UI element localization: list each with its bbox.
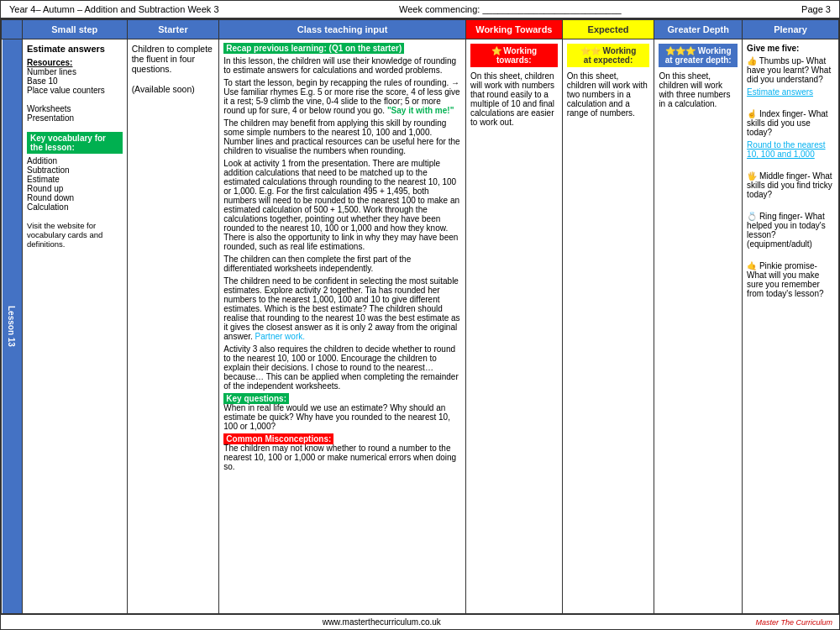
wt-label: Workingtowards: — [496, 46, 537, 65]
wt-header: ⭐ Workingtowards: — [470, 44, 558, 67]
resource-place-value: Place value counters — [27, 86, 123, 95]
misconceptions-text: The children may not know whether to rou… — [223, 444, 456, 471]
vocab-calculation: Calculation — [27, 202, 123, 212]
greater-depth-header: Greater Depth — [654, 20, 743, 39]
resources-label: Resources: — [27, 58, 123, 67]
ex-header: ⭐⭐ Workingat expected: — [567, 44, 650, 67]
header-title: Year 4– Autumn – Addition and Subtractio… — [9, 4, 219, 14]
small-step-header: Small step — [22, 20, 127, 39]
class-teaching-para3: Look at activity 1 from the presentation… — [223, 159, 461, 251]
resource-base10: Base 10 — [27, 76, 123, 86]
recap-label: Recap previous learning: (Q1 on the star… — [223, 43, 404, 54]
plenary-thumb: 👍 Thumbs up- What have you learnt? What … — [747, 56, 834, 84]
resource-number-lines: Number lines — [27, 67, 123, 76]
vocab-addition: Addition — [27, 156, 123, 165]
header-page: Page 3 — [801, 4, 831, 14]
ex-stars: ⭐⭐ — [580, 46, 601, 55]
class-teaching-para1: To start the lesson, begin by recapping … — [223, 78, 461, 115]
class-teaching-title: Recap previous learning: (Q1 on the star… — [223, 44, 461, 53]
small-step-title: Estimate answers — [27, 44, 123, 54]
plenary-pinkie: 🤙 Pinkie promise- What will you make sur… — [747, 261, 834, 298]
starter-text: Children to complete the fluent in four … — [132, 44, 213, 74]
main-table: Small step Starter Class teaching input … — [1, 19, 839, 614]
class-teaching-intro: In this lesson, the children will use th… — [223, 56, 461, 75]
partner-work: Partner work. — [255, 332, 305, 341]
plenary-index: ☝ Index finger- What skills did you use … — [747, 109, 834, 137]
column-headers-row: Small step Starter Class teaching input … — [2, 20, 839, 39]
class-teaching-header: Class teaching input — [219, 20, 466, 39]
plenary-middle: 🖐 Middle finger- What skills did you fin… — [747, 171, 834, 199]
starter-cell: Children to complete the fluent in four … — [127, 39, 219, 614]
key-questions-block: Key questions: When in real life would w… — [223, 394, 461, 431]
working-towards-header: Working Towards — [466, 20, 563, 39]
vocab-subtraction: Subtraction — [27, 165, 123, 175]
plenary-round-link: Round to the nearest 10, 100 and 1,000 — [747, 140, 834, 159]
vocab-round-down: Round down — [27, 193, 123, 202]
plenary-cell: Give me five: 👍 Thumbs up- What have you… — [743, 39, 839, 614]
lesson-header-cell — [2, 20, 23, 39]
class-teaching-para4: The children can then complete the first… — [223, 255, 461, 273]
gd-stars: ⭐⭐⭐ — [665, 46, 696, 55]
starter-available: (Available soon) — [132, 84, 195, 94]
gd-text: On this sheet, children will work with t… — [659, 71, 738, 108]
wt-text: On this sheet, children will work with n… — [470, 71, 558, 127]
key-questions-text: When in real life would we use an estima… — [223, 403, 450, 431]
vocab-estimate: Estimate — [27, 175, 123, 184]
class-teaching-para5: The children need to be confident in sel… — [223, 276, 461, 341]
page: Year 4– Autumn – Addition and Subtractio… — [0, 0, 840, 630]
misconceptions-block: Common Misconceptions: The children may … — [223, 434, 461, 471]
footer-website: www.masterthecurriculum.co.uk — [8, 617, 755, 627]
footer-brand: Master The Curriculum — [755, 618, 832, 627]
page-header: Year 4– Autumn – Addition and Subtractio… — [1, 1, 839, 19]
class-teaching-para6: Activity 3 also requires the children to… — [223, 344, 461, 391]
wt-stars: ⭐ — [491, 46, 501, 55]
working-towards-cell: ⭐ Workingtowards: On this sheet, childre… — [466, 39, 563, 614]
plenary-header: Plenary — [743, 20, 839, 39]
class-teaching-cell: Recap previous learning: (Q1 on the star… — [219, 39, 466, 614]
expected-header: Expected — [562, 20, 654, 39]
greater-depth-cell: ⭐⭐⭐ Workingat greater depth: On this she… — [654, 39, 743, 614]
main-content-row: Lesson 13 Estimate answers Resources: Nu… — [2, 39, 839, 614]
key-vocab-label: Key vocabulary for the lesson: — [27, 132, 123, 154]
plenary-estimate-link: Estimate answers — [747, 87, 834, 97]
class-teaching-para2: The children may benefit from applying t… — [223, 118, 461, 155]
plenary-ring: 💍 Ring finger- What helped you in today'… — [747, 212, 834, 249]
lesson-number: Lesson 13 — [6, 44, 15, 609]
give-five: Give me five: — [747, 44, 834, 53]
visit-website-text: Visit the website for vocabulary cards a… — [27, 221, 123, 249]
resource-worksheets: Worksheets — [27, 104, 123, 113]
ex-text: On this sheet, children will work with t… — [567, 71, 650, 118]
resource-presentation: Presentation — [27, 113, 123, 123]
footer: www.masterthecurriculum.co.uk Master The… — [1, 614, 839, 629]
header-week: Week commencing: _______________________… — [399, 4, 622, 14]
lesson-number-cell: Lesson 13 — [2, 39, 23, 614]
say-it-text: "Say it with me!" — [387, 106, 454, 115]
expected-cell: ⭐⭐ Workingat expected: On this sheet, ch… — [562, 39, 654, 614]
vocab-round-up: Round up — [27, 184, 123, 193]
starter-header: Starter — [127, 20, 219, 39]
small-step-cell: Estimate answers Resources: Number lines… — [22, 39, 127, 614]
gd-header: ⭐⭐⭐ Workingat greater depth: — [659, 44, 738, 67]
